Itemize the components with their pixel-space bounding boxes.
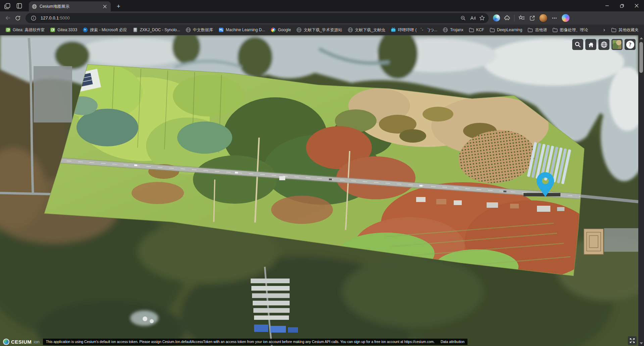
- globe-icon: [186, 27, 191, 33]
- bookmarks-list: Gitea: 高德软件室Gitea:3333搜索 - Microsoft 必应Z…: [3, 26, 601, 34]
- read-aloud-icon[interactable]: [468, 13, 477, 23]
- bookmark-item[interactable]: ZXKJ_DOC - Synolo...: [130, 26, 183, 34]
- bookmark-item[interactable]: 图像处理、理论: [550, 26, 591, 34]
- address-bar[interactable]: 127.0.0.1:5000: [26, 13, 489, 23]
- bookmark-label: 哔哩哔哩 ( ゜- ゜)つ...: [398, 27, 437, 33]
- cesium-logo-text: CESIUM: [11, 339, 32, 345]
- globe-icon: [443, 27, 448, 33]
- gitea-icon: [50, 27, 55, 33]
- folder-icon: [528, 27, 533, 33]
- bookmark-label: Gitea: 高德软件室: [13, 27, 45, 33]
- cesium-credits: CESIUM ion This application is using Ces…: [2, 338, 467, 345]
- help-button[interactable]: ?: [625, 39, 636, 50]
- settings-menu-icon[interactable]: [549, 13, 559, 23]
- bookmarks-overflow-chevron[interactable]: ›: [601, 27, 607, 33]
- bookmark-item[interactable]: 吉他谱: [525, 26, 550, 34]
- bookmark-label: 文献下载_学术资源站: [304, 27, 342, 33]
- google-icon: [270, 27, 276, 33]
- browser-tab[interactable]: Cesium地图展示: [29, 1, 111, 11]
- browser-window: Cesium地图展示 +: [0, 0, 644, 346]
- minimize-button[interactable]: [600, 0, 614, 11]
- bookmark-label: 图像处理、理论: [560, 27, 588, 33]
- refresh-icon[interactable]: [13, 13, 23, 23]
- ml-icon: [218, 27, 224, 33]
- favorites-bar-icon[interactable]: [516, 13, 527, 23]
- window-controls: [600, 0, 644, 11]
- help-glyph: ?: [626, 41, 634, 49]
- tab-bar: Cesium地图展示 +: [0, 0, 644, 11]
- bookmark-label: KCF: [476, 28, 484, 32]
- bookmark-label: Google: [278, 28, 291, 32]
- bookmark-label: Machine Learning D...: [226, 28, 265, 32]
- zoom-out-icon[interactable]: [458, 13, 468, 23]
- scrollbar-up-arrow[interactable]: [638, 35, 644, 41]
- bookmarks-bar: Gitea: 高德软件室Gitea:3333搜索 - Microsoft 必应Z…: [0, 24, 644, 35]
- other-favorites-folder[interactable]: 其他收藏夹: [608, 26, 641, 34]
- bookmark-item[interactable]: DeepLearning: [487, 26, 525, 34]
- site-globe-icon: [32, 4, 37, 9]
- maze-garden: [584, 229, 603, 254]
- cesium-map-canvas[interactable]: [0, 35, 638, 346]
- globe-icon: [348, 27, 353, 33]
- restore-button[interactable]: [614, 0, 629, 11]
- ion-logo-text: ion: [34, 339, 39, 344]
- fullscreen-button[interactable]: [628, 336, 637, 345]
- tab-close-icon[interactable]: [102, 3, 108, 9]
- folder-icon: [611, 27, 616, 33]
- bookmark-item[interactable]: 哔哩哔哩 ( ゜- ゜)つ...: [388, 26, 440, 34]
- share-icon[interactable]: [527, 13, 537, 23]
- page-scrollbar[interactable]: [638, 35, 644, 346]
- workspaces-icon[interactable]: [3, 1, 12, 10]
- bookmark-item[interactable]: Gitea:3333: [47, 26, 80, 34]
- profile-avatar[interactable]: [539, 14, 548, 22]
- bookmark-item[interactable]: Machine Learning D...: [216, 26, 268, 34]
- cesium-ion-logo[interactable]: CESIUM ion: [2, 338, 41, 345]
- geocoder-search-button[interactable]: [572, 39, 583, 50]
- copilot-icon[interactable]: [562, 14, 569, 22]
- folder-icon: [490, 27, 495, 33]
- bookmark-item[interactable]: Trojanx: [440, 26, 466, 34]
- folder-icon: [469, 27, 474, 33]
- bookmark-item[interactable]: Gitea: 高德软件室: [3, 26, 47, 34]
- globe-icon: [296, 27, 302, 33]
- bookmark-item[interactable]: Google: [268, 26, 294, 34]
- favorite-star-icon[interactable]: [477, 13, 487, 23]
- data-attribution-link[interactable]: Data attribution: [441, 340, 464, 344]
- doc-icon: [133, 27, 138, 33]
- toolbar-divider: [514, 15, 514, 21]
- cesium-toolbar: ?: [572, 39, 636, 50]
- new-tab-button[interactable]: +: [114, 2, 123, 11]
- bookmark-label: 中文数据库: [193, 27, 213, 33]
- gitea-icon: [5, 27, 11, 33]
- close-button[interactable]: [629, 0, 644, 11]
- bookmark-item[interactable]: 文献下载_学术资源站: [294, 26, 345, 34]
- bookmark-label: 文献下载_文献虫: [355, 27, 386, 33]
- extensions-icon[interactable]: [502, 13, 512, 23]
- base-layer-picker-button[interactable]: [611, 39, 623, 50]
- bookmark-item[interactable]: 中文数据库: [183, 26, 216, 34]
- bookmark-item[interactable]: KCF: [466, 26, 487, 34]
- bookmark-label: 吉他谱: [535, 27, 547, 33]
- imagery-thumbnail: [612, 40, 622, 49]
- home-button[interactable]: [585, 39, 596, 50]
- ion-token-warning: This application is using Cesium's defau…: [46, 340, 435, 344]
- other-favorites-label: 其他收藏夹: [618, 27, 639, 33]
- folder-icon: [552, 27, 558, 33]
- browser-toolbar: 127.0.0.1:5000: [0, 11, 644, 24]
- back-icon[interactable]: [3, 13, 13, 23]
- bing-icon: [83, 27, 88, 33]
- bilibili-icon: [391, 27, 396, 33]
- url-text[interactable]: 127.0.0.1:5000: [41, 15, 458, 20]
- bookmark-label: ZXKJ_DOC - Synolo...: [140, 28, 180, 32]
- scene-mode-globe-button[interactable]: [598, 39, 609, 50]
- browser-essentials-icon[interactable]: [493, 14, 500, 21]
- bookmark-item[interactable]: 搜索 - Microsoft 必应: [80, 26, 130, 34]
- site-info-icon[interactable]: [29, 13, 38, 23]
- credit-strip: This application is using Cesium's defau…: [43, 339, 467, 345]
- tab-actions-icon[interactable]: [15, 1, 24, 10]
- bookmark-label: Gitea:3333: [57, 28, 77, 32]
- scrollbar-down-arrow[interactable]: [638, 340, 644, 346]
- bookmark-item[interactable]: 文献下载_文献虫: [345, 26, 388, 34]
- bookmark-label: DeepLearning: [497, 28, 522, 32]
- scrollbar-thumb[interactable]: [639, 42, 643, 73]
